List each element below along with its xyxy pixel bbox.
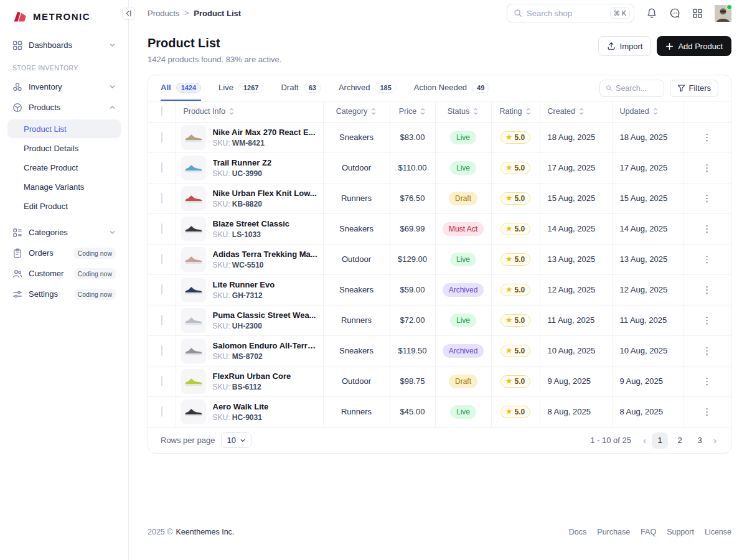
sidebar-item-label: Settings [29, 289, 58, 299]
row-checkbox[interactable] [161, 345, 162, 356]
select-all-checkbox[interactable] [161, 106, 162, 116]
row-actions-kebab-icon[interactable]: ⋮ [702, 194, 712, 203]
col-rating[interactable]: Rating [491, 101, 540, 122]
row-checkbox[interactable] [161, 254, 162, 264]
page-button-1[interactable]: 1 [652, 432, 668, 449]
cell-price: $72.00 [390, 305, 435, 335]
row-actions-kebab-icon[interactable]: ⋮ [702, 346, 712, 355]
tab-label: Archived [339, 83, 370, 92]
global-search[interactable]: ⌘ K [507, 4, 634, 22]
apps-button[interactable] [692, 8, 703, 19]
tab-count-badge: 1424 [176, 83, 201, 93]
footer-company[interactable]: Keenthemes Inc. [176, 528, 235, 536]
breadcrumb-separator-icon: > [184, 9, 189, 17]
notifications-button[interactable] [646, 7, 657, 19]
sneaker-icon [184, 162, 203, 174]
col-category[interactable]: Category [323, 101, 390, 122]
brand-logo[interactable]: METRONIC [0, 7, 128, 25]
row-actions-kebab-icon[interactable]: ⋮ [702, 315, 712, 325]
footer-link-faq[interactable]: FAQ [641, 528, 656, 536]
row-actions-kebab-icon[interactable]: ⋮ [702, 224, 712, 233]
sidebar-item-settings[interactable]: Settings Coding now [7, 284, 121, 304]
sidebar-item-inventory[interactable]: Inventory [7, 77, 121, 97]
rows-per-page-select[interactable]: 10 [221, 432, 251, 448]
sidebar-nav: Dashboards STORE INVENTORY Inventory Pro… [0, 25, 128, 304]
tab-label: Live [218, 83, 233, 92]
page-title: Product List [148, 36, 281, 50]
tab-draft[interactable]: Draft 63 [281, 75, 321, 101]
select-all-header[interactable] [148, 101, 176, 122]
footer-link-support[interactable]: Support [667, 528, 694, 536]
table-search[interactable] [599, 80, 664, 97]
col-actions [683, 101, 731, 122]
tab-live[interactable]: Live 1267 [218, 75, 263, 101]
sidebar-item-orders[interactable]: Orders Coding now [7, 243, 121, 263]
pagination-range: 1 - 10 of 25 [590, 436, 631, 445]
user-menu-button[interactable] [715, 5, 731, 22]
filters-button[interactable]: Filters [670, 80, 718, 97]
tab-action-needed[interactable]: Action Needed 49 [414, 75, 490, 101]
sidebar-item-products[interactable]: Products [7, 97, 121, 118]
tab-archived[interactable]: Archived 185 [339, 75, 397, 101]
sidebar-item-manage-variants[interactable]: Manage Variants [7, 177, 121, 196]
cell-rating: ★5.0 [491, 122, 540, 152]
messages-button[interactable] [669, 7, 680, 19]
sidebar-collapse-button[interactable] [122, 7, 135, 20]
row-checkbox[interactable] [161, 284, 162, 295]
import-button[interactable]: Import [598, 36, 652, 56]
star-icon: ★ [506, 408, 512, 416]
sidebar-item-dashboards[interactable]: Dashboards [7, 35, 121, 55]
global-search-input[interactable] [527, 9, 606, 18]
page-button-2[interactable]: 2 [672, 432, 688, 449]
row-checkbox[interactable] [161, 376, 162, 386]
sidebar-item-customer[interactable]: Customer Coding now [7, 263, 121, 284]
row-checkbox[interactable] [161, 193, 162, 203]
product-list-card: All 1424 Live 1267 Draft 63 Archived 185 [148, 75, 731, 454]
col-product-info[interactable]: Product Info [176, 101, 323, 122]
sidebar-item-edit-product[interactable]: Edit Product [7, 197, 121, 215]
cell-select [148, 274, 176, 305]
footer-link-docs[interactable]: Docs [569, 528, 586, 536]
col-status[interactable]: Status [435, 101, 491, 122]
sidebar-item-product-list[interactable]: Product List [7, 119, 121, 138]
sidebar-item-create-product[interactable]: Create Product [7, 158, 121, 177]
cell-price: $59.00 [390, 274, 435, 305]
col-created[interactable]: Created [540, 101, 612, 122]
status-badge: Live [450, 253, 476, 266]
sidebar-item-product-details[interactable]: Product Details [7, 139, 121, 157]
cell-price: $76.50 [390, 183, 435, 213]
collapse-icon [125, 10, 132, 17]
rating-badge: ★5.0 [500, 162, 531, 174]
row-checkbox[interactable] [161, 223, 162, 234]
sort-icon [578, 108, 585, 115]
row-actions-kebab-icon[interactable]: ⋮ [702, 285, 712, 294]
row-actions-kebab-icon[interactable]: ⋮ [702, 133, 712, 142]
row-actions-kebab-icon[interactable]: ⋮ [702, 163, 712, 172]
metronic-logo-icon [12, 9, 27, 23]
row-actions-kebab-icon[interactable]: ⋮ [702, 254, 712, 264]
col-updated[interactable]: Updated [612, 101, 683, 122]
sidebar-item-categories[interactable]: Categories [7, 222, 121, 243]
table-row: Lite Runner Evo SKU: GH-7312 Sneakers $5… [148, 274, 731, 305]
tab-all[interactable]: All 1424 [161, 75, 201, 101]
footer-link-license[interactable]: License [705, 528, 731, 536]
sneaker-icon [184, 345, 203, 357]
footer-link-purchase[interactable]: Purchase [597, 528, 630, 536]
page-button-3[interactable]: 3 [692, 432, 708, 449]
cell-category: Sneakers [323, 213, 390, 244]
next-page-button[interactable]: › [712, 435, 718, 446]
cell-rating: ★5.0 [491, 274, 540, 305]
add-product-button[interactable]: Add Product [657, 36, 731, 56]
breadcrumb-products[interactable]: Products [148, 9, 179, 18]
row-checkbox[interactable] [161, 162, 162, 173]
row-actions-kebab-icon[interactable]: ⋮ [702, 376, 712, 386]
cell-product-info: Nike Urban Flex Knit Low... SKU: KB-8820 [176, 183, 323, 213]
row-actions-kebab-icon[interactable]: ⋮ [702, 407, 712, 416]
previous-page-button[interactable]: ‹ [641, 435, 648, 446]
table-search-input[interactable] [616, 84, 658, 93]
row-checkbox[interactable] [161, 315, 162, 325]
cell-updated: 13 Aug, 2025 [612, 244, 683, 274]
col-price[interactable]: Price [390, 101, 435, 122]
row-checkbox[interactable] [161, 132, 162, 142]
row-checkbox[interactable] [161, 406, 162, 417]
